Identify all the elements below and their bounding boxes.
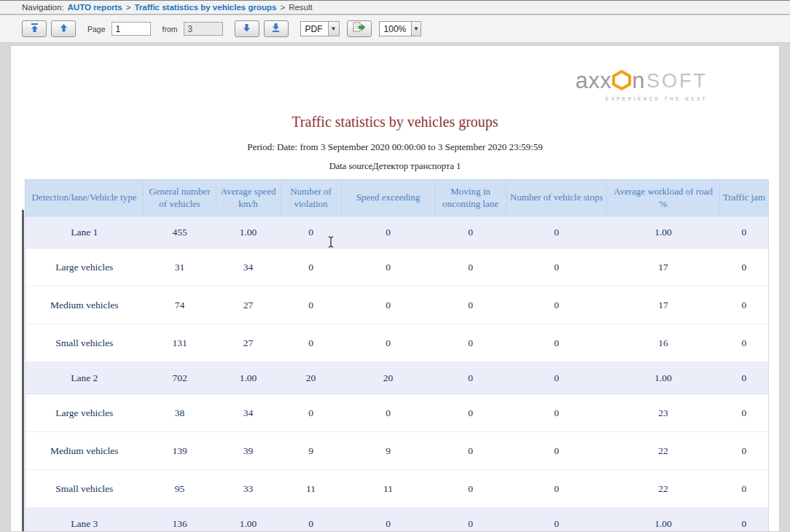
value-cell: 16 xyxy=(607,324,720,362)
value-cell: 20 xyxy=(342,362,435,394)
value-cell: 0 xyxy=(507,249,607,286)
last-page-button[interactable] xyxy=(264,20,289,37)
value-cell: 0 xyxy=(342,324,435,362)
page-label: Page xyxy=(87,25,106,34)
arrow-up-bar-icon xyxy=(30,23,39,36)
table-row: Medium vehicles74270000170 xyxy=(26,286,769,324)
column-header: Speed exceeding xyxy=(342,180,435,216)
value-cell: 17 xyxy=(607,286,720,324)
row-label-cell: Medium vehicles xyxy=(26,432,144,470)
logo-text-soft: SOFT xyxy=(646,70,708,93)
value-cell: 22 xyxy=(607,470,720,508)
value-cell: 27 xyxy=(216,286,281,324)
table-row: Large vehicles38340000230 xyxy=(26,394,769,432)
zoom-value: 100% xyxy=(384,24,407,34)
value-cell: 0 xyxy=(342,216,435,249)
column-header: General number of vehicles xyxy=(144,180,216,216)
value-cell: 0 xyxy=(342,286,435,324)
logo-text: n xyxy=(632,68,645,94)
value-cell: 0 xyxy=(435,216,507,249)
value-cell: 17 xyxy=(607,249,720,286)
report-datasource: Data sourceДетектор транспорта 1 xyxy=(11,161,779,172)
value-cell: 139 xyxy=(144,432,216,470)
value-cell: 1.00 xyxy=(216,216,281,249)
value-cell: 0 xyxy=(720,324,769,362)
page-number-input[interactable] xyxy=(112,22,151,36)
value-cell: 38 xyxy=(144,394,216,432)
breadcrumb-separator: > xyxy=(126,3,131,12)
table-row: Small vehicles9533111100220 xyxy=(26,470,769,508)
value-cell: 31 xyxy=(144,249,216,286)
prev-page-button[interactable] xyxy=(51,20,76,37)
value-cell: 0 xyxy=(507,432,607,470)
caret-down-icon: ▼ xyxy=(328,22,339,36)
value-cell: 34 xyxy=(216,249,281,286)
value-cell: 0 xyxy=(507,286,607,324)
value-cell: 1.00 xyxy=(216,362,281,394)
value-cell: 0 xyxy=(342,394,435,432)
row-label-cell: Small vehicles xyxy=(26,324,144,362)
axxonsoft-logo: axx n SOFT EXPERIENCE THE NEXT xyxy=(576,68,708,101)
value-cell: 0 xyxy=(507,216,607,249)
traffic-statistics-table: Detection/lane/Vehicle typeGeneral numbe… xyxy=(25,179,769,532)
column-header: Moving in oncoming lane xyxy=(435,180,507,216)
arrow-down-icon xyxy=(242,23,251,36)
value-cell: 0 xyxy=(720,394,769,432)
table-row: Lane 31361.0000001.000 xyxy=(26,508,769,532)
value-cell: 0 xyxy=(507,362,607,394)
row-label-cell: Small vehicles xyxy=(26,470,144,508)
row-label-cell: Large vehicles xyxy=(26,394,144,432)
breadcrumb: Navigation: AUTO reports > Traffic stati… xyxy=(0,0,790,15)
value-cell: 11 xyxy=(281,470,342,508)
breadcrumb-report-name[interactable]: Traffic statistics by vehicles groups xyxy=(134,3,276,12)
value-cell: 0 xyxy=(435,470,507,508)
report-page: axx n SOFT EXPERIENCE THE NEXT Traffic s… xyxy=(10,45,780,532)
value-cell: 0 xyxy=(435,324,507,362)
breadcrumb-auto-reports[interactable]: AUTO reports xyxy=(68,3,122,12)
next-page-button[interactable] xyxy=(235,20,259,37)
first-page-button[interactable] xyxy=(22,20,47,37)
hexagon-icon xyxy=(612,70,631,93)
report-period: Period: Date: from 3 September 2020 00:0… xyxy=(11,141,779,153)
table-row: Lane 27021.002020001.000 xyxy=(26,362,769,394)
export-button[interactable] xyxy=(347,20,372,37)
value-cell: 0 xyxy=(435,394,507,432)
value-cell: 0 xyxy=(507,394,607,432)
zoom-select[interactable]: 100% ▼ xyxy=(379,21,421,36)
table-header-row: Detection/lane/Vehicle typeGeneral numbe… xyxy=(26,180,769,216)
value-cell: 0 xyxy=(507,508,607,532)
value-cell: 0 xyxy=(720,508,769,532)
value-cell: 0 xyxy=(435,508,507,532)
value-cell: 9 xyxy=(342,432,435,470)
vertical-scrollbar[interactable] xyxy=(22,210,24,532)
logo-tagline: EXPERIENCE THE NEXT xyxy=(576,96,708,101)
row-label-cell: Lane 3 xyxy=(26,508,144,532)
export-format-select[interactable]: PDF ▼ xyxy=(300,21,340,36)
column-header: Average workload of road % xyxy=(607,180,720,216)
value-cell: 0 xyxy=(342,508,435,532)
text-cursor-icon xyxy=(326,235,335,251)
value-cell: 0 xyxy=(342,249,435,286)
value-cell: 0 xyxy=(435,362,507,394)
value-cell: 0 xyxy=(281,286,342,324)
value-cell: 1.00 xyxy=(607,216,720,249)
column-header: Number of violation xyxy=(281,180,342,216)
value-cell: 1.00 xyxy=(216,508,281,532)
value-cell: 20 xyxy=(281,362,342,394)
table-row: Large vehicles31340000170 xyxy=(26,249,769,286)
export-format-value: PDF xyxy=(305,24,323,34)
value-cell: 0 xyxy=(720,286,769,324)
value-cell: 455 xyxy=(144,216,216,249)
value-cell: 131 xyxy=(144,324,216,362)
value-cell: 0 xyxy=(720,216,769,249)
value-cell: 136 xyxy=(144,508,216,532)
breadcrumb-separator: > xyxy=(280,3,285,12)
value-cell: 1.00 xyxy=(607,362,720,394)
value-cell: 34 xyxy=(216,394,281,432)
column-header: Number of vehicle stops xyxy=(507,180,607,216)
value-cell: 0 xyxy=(281,394,342,432)
caret-down-icon: ▼ xyxy=(411,22,420,36)
from-label: from xyxy=(163,25,178,34)
value-cell: 0 xyxy=(281,324,342,362)
table-row: Medium vehicles139399900220 xyxy=(26,432,769,470)
